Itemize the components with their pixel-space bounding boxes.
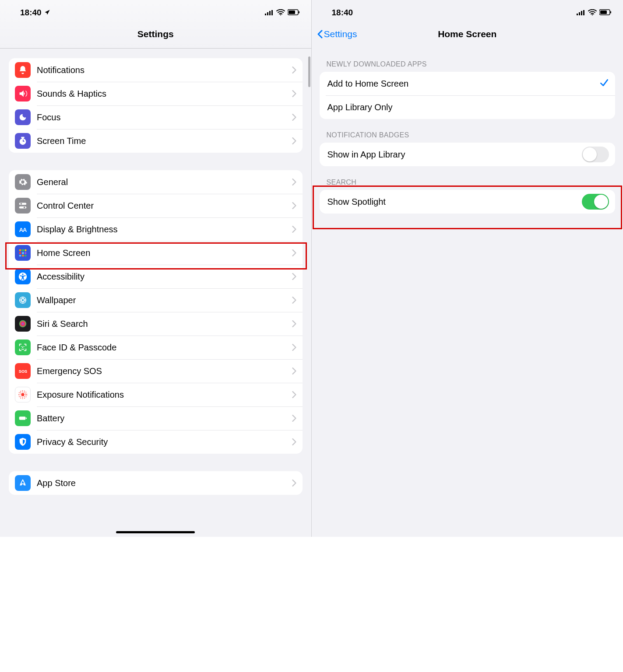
notifications-icon — [15, 62, 31, 78]
row-label: Focus — [37, 112, 292, 122]
chevron-right-icon — [292, 202, 296, 209]
toggle-show-in-app-library[interactable] — [582, 147, 609, 162]
settings-row-privacy[interactable]: Privacy & Security — [9, 430, 303, 454]
section-header-newly-downloaded: Newly Downloaded Apps — [320, 48, 616, 72]
row-label: Emergency SOS — [37, 366, 292, 376]
chevron-right-icon — [292, 391, 296, 398]
chevron-right-icon — [292, 320, 296, 327]
option-app-library-only[interactable]: App Library Only — [320, 95, 616, 119]
settings-row-control-center[interactable]: Control Center — [9, 194, 303, 217]
settings-row-sos[interactable]: Emergency SOS — [9, 359, 303, 383]
home-screen-icon — [15, 245, 31, 261]
display-icon — [15, 221, 31, 237]
chevron-right-icon — [292, 249, 296, 256]
privacy-icon — [15, 434, 31, 450]
check-icon — [599, 78, 609, 89]
location-icon — [44, 8, 50, 18]
settings-row-exposure[interactable]: Exposure Notifications — [9, 383, 303, 406]
row-label: Screen Time — [37, 136, 292, 146]
sos-icon — [15, 363, 31, 379]
chevron-right-icon — [292, 273, 296, 280]
section-header-notification-badges: Notification Badges — [320, 119, 616, 143]
screen-time-icon — [15, 133, 31, 149]
control-center-icon — [15, 198, 31, 214]
accessibility-icon — [15, 269, 31, 284]
wifi-icon — [588, 8, 597, 18]
general-icon — [15, 174, 31, 190]
chevron-right-icon — [292, 344, 296, 351]
settings-row-app-store[interactable]: App Store — [9, 471, 303, 495]
row-label: Siri & Search — [37, 319, 292, 329]
row-label: Sounds & Haptics — [37, 89, 292, 99]
chevron-right-icon — [292, 90, 296, 97]
battery-icon — [599, 8, 612, 18]
settings-row-battery[interactable]: Battery — [9, 406, 303, 430]
row-label: Face ID & Passcode — [37, 343, 292, 353]
row-label: Display & Brightness — [37, 224, 292, 234]
page-title: Settings — [137, 29, 174, 39]
sounds-icon — [15, 86, 31, 102]
row-label: Exposure Notifications — [37, 390, 292, 400]
exposure-icon — [15, 387, 31, 402]
scrollbar[interactable] — [308, 56, 310, 87]
chevron-right-icon — [292, 368, 296, 374]
status-time: 18:40 — [332, 8, 353, 18]
status-bar: 18:40 — [312, 0, 623, 20]
chevron-right-icon — [292, 415, 296, 422]
status-icons — [265, 8, 300, 18]
settings-row-focus[interactable]: Focus — [9, 105, 303, 129]
app-store-icon — [15, 475, 31, 491]
chevron-right-icon — [292, 178, 296, 186]
settings-row-display[interactable]: Display & Brightness — [9, 217, 303, 241]
settings-row-notifications[interactable]: Notifications — [9, 58, 303, 82]
section-header-search: Search — [320, 166, 616, 190]
toggle-show-spotlight-row: Show Spotlight — [320, 190, 616, 214]
settings-row-general[interactable]: General — [9, 170, 303, 194]
status-time: 18:40 — [20, 8, 42, 18]
row-label: Control Center — [37, 201, 292, 211]
chevron-right-icon — [292, 137, 296, 144]
toggle-show-spotlight[interactable] — [582, 194, 609, 210]
row-label: Privacy & Security — [37, 437, 292, 447]
chevron-right-icon — [292, 297, 296, 304]
row-label: App Store — [37, 478, 292, 488]
row-label: Battery — [37, 413, 292, 424]
row-label: Notifications — [37, 65, 292, 75]
option-add-to-home-screen[interactable]: Add to Home Screen — [320, 72, 616, 95]
chevron-right-icon — [292, 480, 296, 486]
settings-row-wallpaper[interactable]: Wallpaper — [9, 288, 303, 312]
status-icons — [577, 8, 612, 18]
home-indicator[interactable] — [116, 531, 195, 533]
settings-row-faceid[interactable]: Face ID & Passcode — [9, 336, 303, 359]
settings-row-screen-time[interactable]: Screen Time — [9, 129, 303, 153]
row-label: Accessibility — [37, 272, 292, 282]
cellular-icon — [265, 8, 274, 18]
page-title: Home Screen — [438, 29, 496, 39]
wifi-icon — [276, 8, 285, 18]
chevron-right-icon — [292, 114, 296, 121]
row-label: General — [37, 177, 292, 187]
settings-row-accessibility[interactable]: Accessibility — [9, 265, 303, 288]
row-label: Wallpaper — [37, 295, 292, 305]
chevron-right-icon — [292, 226, 296, 233]
battery-icon — [288, 8, 300, 18]
wallpaper-icon — [15, 292, 31, 308]
siri-icon — [15, 316, 31, 332]
settings-row-home-screen[interactable]: Home Screen — [9, 241, 303, 265]
faceid-icon — [15, 340, 31, 355]
row-label: Home Screen — [37, 248, 292, 258]
chevron-right-icon — [292, 66, 296, 74]
back-label: Settings — [324, 29, 357, 39]
battery-icon — [15, 410, 31, 426]
back-button[interactable]: Settings — [317, 29, 357, 39]
status-bar: 18:40 — [0, 0, 311, 20]
settings-row-sounds[interactable]: Sounds & Haptics — [9, 82, 303, 105]
focus-icon — [15, 109, 31, 125]
cellular-icon — [577, 8, 585, 18]
settings-row-siri[interactable]: Siri & Search — [9, 312, 303, 336]
chevron-right-icon — [292, 438, 296, 445]
toggle-show-in-app-library-row: Show in App Library — [320, 143, 616, 166]
